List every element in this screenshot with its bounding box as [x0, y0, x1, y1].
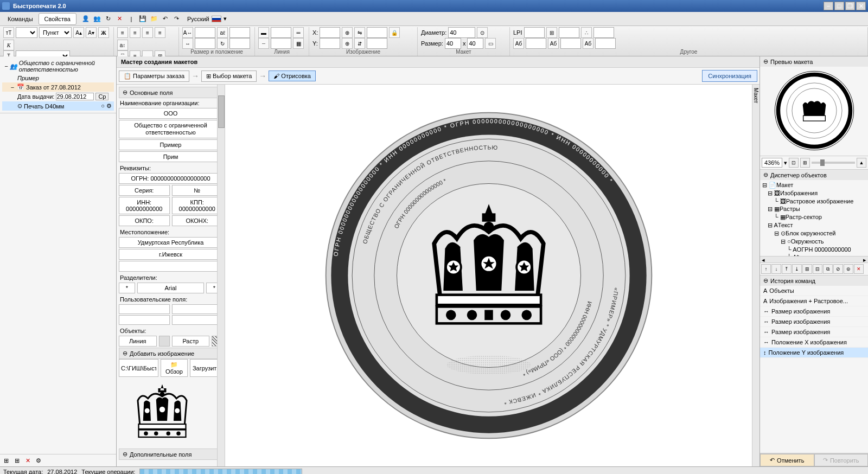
ab2-input[interactable] — [560, 38, 581, 49]
x-input[interactable] — [320, 27, 340, 38]
maket-tab[interactable]: Макет — [752, 85, 760, 106]
tree-sub[interactable]: Пример — [2, 74, 114, 82]
zoom-value[interactable]: 436% — [762, 158, 782, 168]
obj-lock-icon[interactable]: ⊜ — [844, 264, 853, 274]
flip-v-icon[interactable]: ⇵ — [354, 38, 365, 49]
ab1-icon[interactable]: Aб — [513, 38, 524, 49]
field-ooo[interactable]: ООО — [119, 108, 222, 119]
ab2-icon[interactable]: Aб — [548, 38, 559, 49]
restore-button[interactable]: ❐ — [845, 2, 855, 10]
field-inn[interactable]: ИНН:00000000000 — [119, 197, 170, 214]
font-inc-icon[interactable]: A▴ — [73, 27, 84, 38]
misc1-input[interactable] — [559, 27, 579, 38]
extra-fields-header[interactable]: ⊖Дополнительные поля — [119, 449, 222, 460]
text-dir-icon[interactable]: a↕ — [117, 40, 128, 50]
undo-icon[interactable]: ↶ — [161, 14, 170, 24]
hist-0[interactable]: AОбъекты — [760, 286, 868, 296]
path-input[interactable] — [119, 359, 158, 377]
scale-x-input[interactable] — [367, 27, 387, 38]
hist-2[interactable]: ↔Размер изображения — [760, 306, 868, 317]
close-button[interactable]: ✕ — [856, 2, 866, 10]
zoom-slider[interactable] — [812, 162, 855, 164]
addimg-header[interactable]: ⊖Добавить изображение — [119, 348, 222, 359]
field-kpp[interactable]: КПП:00000000000 — [172, 197, 223, 214]
field-ogrn[interactable]: ОГРН: 000000000000000000 — [119, 173, 222, 184]
uf1[interactable] — [119, 304, 170, 314]
ab3-icon[interactable]: Aб — [583, 38, 593, 49]
fontsize-select[interactable] — [16, 27, 37, 38]
maximize-button[interactable]: □ — [834, 2, 844, 10]
undo-button[interactable]: ↶Отменить — [760, 454, 814, 466]
dash-icon[interactable]: ┄ — [258, 38, 269, 49]
obj-hide-icon[interactable]: ⊘ — [833, 264, 843, 274]
font-dec-icon[interactable]: A▾ — [86, 27, 97, 38]
step-params[interactable]: 📋Параметры заказа — [119, 71, 189, 82]
ab1-input[interactable] — [526, 38, 546, 49]
kerning-input[interactable] — [229, 27, 250, 38]
field-empty1[interactable] — [119, 261, 222, 272]
align-right-icon[interactable]: ≡ — [142, 27, 153, 38]
date-picker-button[interactable]: Ср — [95, 93, 108, 100]
hist-3[interactable]: ↔Размер изображения — [760, 317, 868, 327]
line-style-icon[interactable]: ▬ — [258, 27, 269, 38]
minimize-button[interactable]: − — [824, 2, 833, 10]
field-primer[interactable]: Пример — [119, 139, 222, 150]
delete-icon[interactable]: ✕ — [115, 14, 125, 24]
y-input[interactable] — [320, 38, 340, 49]
line-style[interactable] — [159, 336, 170, 347]
uf4[interactable] — [172, 315, 223, 325]
obj-bottom-icon[interactable]: ⤓ — [792, 264, 802, 274]
italic-button[interactable]: К — [3, 40, 14, 50]
object-tree[interactable]: ⊟ 📄Макет ⊟ 🖼Изображения └ 🖼Растровое изо… — [760, 180, 868, 256]
lb-icon2[interactable]: ⊞ — [12, 456, 22, 465]
preview-header[interactable]: ⊖Превью макета — [760, 56, 868, 67]
sep-font[interactable]: Arial — [137, 283, 204, 293]
misc2-input[interactable] — [593, 27, 614, 38]
obj-down-icon[interactable]: ↓ — [771, 264, 781, 274]
lb-icon1[interactable]: ⊞ — [1, 456, 11, 465]
uf2[interactable] — [172, 304, 223, 314]
ab3-input[interactable] — [595, 38, 616, 49]
zoom-max-icon[interactable]: ▲ — [857, 158, 866, 168]
zoom-100-icon[interactable]: ⊞ — [800, 158, 810, 168]
language-select[interactable]: Русский ▾ — [187, 15, 227, 22]
sep1[interactable]: * — [119, 283, 135, 293]
user-add-icon[interactable]: 👤 — [81, 14, 91, 24]
field-city[interactable]: г.Ижевск — [119, 249, 222, 260]
redo-icon[interactable]: ↷ — [172, 14, 182, 24]
field-okonh[interactable]: ОКОНХ: — [172, 215, 223, 226]
obj-copy-icon[interactable]: ⧉ — [823, 264, 833, 274]
misc1-icon[interactable]: ⊞ — [546, 27, 557, 38]
canvas[interactable]: ОГРН 000000000000000000 * ИНН 0000000000… — [225, 85, 752, 466]
lpi-input[interactable] — [524, 27, 545, 38]
line-type-icon[interactable]: ═ — [293, 27, 304, 38]
diameter-apply-icon[interactable]: ⊙ — [477, 27, 488, 38]
zoom-fit-icon[interactable]: ⊡ — [789, 158, 799, 168]
obj-delete-icon[interactable]: ✕ — [854, 264, 864, 274]
hist-5[interactable]: ↔Положение X изображения — [760, 337, 868, 348]
obj-up-icon[interactable]: ↑ — [761, 264, 771, 274]
step-layout[interactable]: ⊞Выбор макета — [201, 71, 257, 82]
pattern-icon[interactable]: ▦ — [293, 38, 304, 49]
tree-stamp[interactable]: ⊙Печать D40мм○ ⚙ — [2, 101, 114, 111]
form-scrollbar[interactable] — [217, 85, 225, 466]
sync-button[interactable]: Синхронизация — [702, 70, 757, 82]
line-width-input[interactable] — [271, 27, 291, 38]
save-icon[interactable]: 💾 — [138, 14, 148, 24]
field-prim[interactable]: Прим — [119, 151, 222, 162]
date-input[interactable] — [56, 93, 94, 100]
align-center-icon[interactable]: ≡ — [130, 27, 141, 38]
hist-1[interactable]: AИзображения + Растровое... — [760, 296, 868, 306]
hist-4[interactable]: ↔Размер изображения — [760, 327, 868, 337]
refresh-icon[interactable]: ↻ — [104, 14, 113, 24]
width-icon[interactable]: ↔ — [182, 38, 193, 49]
objmgr-header[interactable]: ⊖Диспетчер объектов — [760, 170, 868, 180]
width-input[interactable] — [195, 38, 215, 49]
bold-button[interactable]: Ж — [98, 27, 109, 38]
spacing-input[interactable] — [195, 27, 215, 38]
rotate-icon[interactable]: ↻ — [217, 38, 228, 49]
align-justify-icon[interactable]: ≡ — [155, 27, 165, 38]
obj-top-icon[interactable]: ⤒ — [782, 264, 792, 274]
flip-h-icon[interactable]: ⇋ — [354, 27, 365, 38]
dash-input[interactable] — [271, 38, 291, 49]
